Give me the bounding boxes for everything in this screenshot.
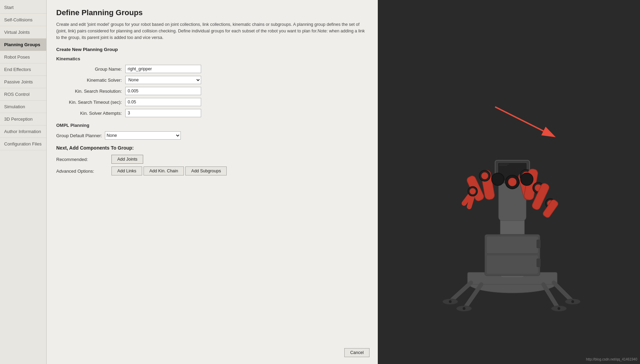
cancel-button[interactable]: Cancel xyxy=(344,348,370,357)
add-kin-chain-button[interactable]: Add Kin. Chain xyxy=(144,166,184,175)
sidebar-item-author-information[interactable]: Author Information xyxy=(0,125,46,138)
add-links-button[interactable]: Add Links xyxy=(111,166,142,175)
svg-point-40 xyxy=(481,172,488,179)
svg-rect-18 xyxy=(486,255,538,274)
svg-rect-20 xyxy=(536,259,541,267)
svg-point-12 xyxy=(571,300,574,303)
sidebar-item-passive-joints[interactable]: Passive Joints xyxy=(0,76,46,88)
sidebar-item-robot-poses[interactable]: Robot Poses xyxy=(0,51,46,63)
3d-viewer-panel: http://blog.csdn.net/qq_41461940 xyxy=(378,0,640,364)
group-default-planner-label: Group Default Planner: xyxy=(56,133,102,138)
page-description: Create and edit 'joint model' groups for… xyxy=(56,21,367,41)
add-joints-button[interactable]: Add Joints xyxy=(111,155,143,164)
group-default-planner-select[interactable]: None xyxy=(105,131,181,140)
svg-point-45 xyxy=(508,178,516,186)
kin-solver-attempts-label: Kin. Solver Attempts: xyxy=(56,111,125,116)
sidebar-item-self-collisions[interactable]: Self-Collisions xyxy=(0,14,46,26)
svg-point-11 xyxy=(449,300,452,303)
sidebar-item-end-effectors[interactable]: End Effectors xyxy=(0,63,46,76)
sidebar-item-virtual-joints[interactable]: Virtual Joints xyxy=(0,26,46,39)
svg-rect-19 xyxy=(536,240,541,248)
svg-point-47 xyxy=(521,173,533,185)
sidebar-item-start[interactable]: Start xyxy=(0,1,46,14)
robot-viewer: http://blog.csdn.net/qq_41461940 xyxy=(378,0,640,364)
sidebar-item-configuration-files[interactable]: Configuration Files xyxy=(0,138,46,150)
kinematics-title: Kinematics xyxy=(56,56,368,61)
kin-search-timeout-input[interactable] xyxy=(125,98,201,106)
group-name-label: Group Name: xyxy=(56,67,125,72)
kin-search-res-input[interactable] xyxy=(125,87,201,95)
main-content: Define Planning Groups Create and edit '… xyxy=(47,0,378,364)
sidebar-item-ros-control[interactable]: ROS Control xyxy=(0,88,46,101)
sidebar-item-planning-groups[interactable]: Planning Groups xyxy=(0,39,46,51)
svg-point-14 xyxy=(558,307,560,310)
kinematic-solver-label: Kinematic Solver: xyxy=(56,78,125,83)
svg-point-46 xyxy=(492,173,504,185)
robot-svg xyxy=(378,0,640,364)
url-watermark: http://blog.csdn.net/qq_41461940 xyxy=(586,357,637,361)
group-name-input[interactable] xyxy=(125,65,201,73)
create-section-title: Create New Planning Group xyxy=(56,47,368,52)
components-section-title: Next, Add Components To Group: xyxy=(56,145,368,151)
add-subgroups-button[interactable]: Add Subgroups xyxy=(185,166,227,175)
kin-search-timeout-label: Kin. Search Timeout (sec): xyxy=(56,100,125,105)
svg-point-13 xyxy=(463,307,465,310)
sidebar-item-simulation[interactable]: Simulation xyxy=(0,101,46,113)
svg-rect-17 xyxy=(486,236,538,253)
kin-solver-attempts-input[interactable] xyxy=(125,109,201,117)
sidebar-item-3d-perception[interactable]: 3D Perception xyxy=(0,113,46,125)
ompl-title: OMPL Planning xyxy=(56,123,368,128)
page-title: Define Planning Groups xyxy=(56,8,368,17)
advanced-options-label: Advanced Options: xyxy=(56,169,111,174)
sidebar: Start Self-Collisions Virtual Joints Pla… xyxy=(0,0,47,364)
kinematic-solver-select[interactable]: None xyxy=(125,76,201,84)
kin-search-res-label: Kin. Search Resolution: xyxy=(56,89,125,94)
svg-point-43 xyxy=(470,188,476,194)
recommended-label: Recommended: xyxy=(56,157,111,162)
